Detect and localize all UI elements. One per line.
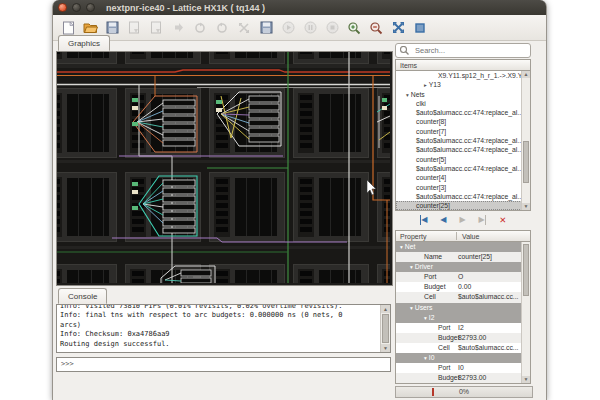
property-row[interactable]: PortI2 [396, 323, 530, 333]
property-group-row[interactable]: ▾I2 [396, 313, 530, 323]
maximize-button[interactable] [86, 3, 95, 12]
chevron-down-icon[interactable]: ▾ [406, 92, 409, 98]
scroll-down-icon[interactable]: ▼ [522, 203, 530, 210]
forward-icon[interactable] [170, 20, 186, 36]
tab-console[interactable]: Console [58, 288, 107, 304]
app-window: nextpnr-ice40 - Lattice HX1K ( tq144 ) [52, 0, 547, 400]
close-button[interactable] [58, 3, 67, 12]
tab-graphics-label: Graphics [68, 39, 100, 48]
minimize-button[interactable] [72, 3, 81, 12]
pause-button[interactable] [302, 20, 318, 36]
items-scrollbar[interactable]: ▲ ▼ [521, 71, 530, 210]
zoom-in-button[interactable] [346, 20, 362, 36]
property-column-label: Property [396, 233, 426, 240]
chevron-down-icon[interactable]: ▾ [400, 244, 403, 250]
items-tree: X9.Y11.sp12_h_r_1.->.X9.Y... ▸Y13 ▾Nets … [395, 71, 531, 211]
tree-item[interactable]: counter[5] [396, 155, 530, 164]
clear-selection-button[interactable]: ✕ [499, 215, 506, 225]
new-button[interactable] [60, 20, 76, 36]
tab-console-label: Console [68, 292, 97, 301]
property-group-row[interactable]: ▾Users [396, 303, 530, 313]
tree-item[interactable]: ▸Y13 [396, 80, 530, 89]
console-input[interactable]: >>> [56, 357, 391, 372]
rotate-left-icon[interactable] [192, 20, 208, 36]
export-pdf-button[interactable] [126, 20, 142, 36]
zoom-out-button[interactable] [368, 20, 384, 36]
chevron-right-icon[interactable]: ▸ [424, 82, 427, 88]
property-row[interactable]: Namecounter[25] [396, 252, 530, 262]
console-scrollbar[interactable]: ▲ ▼ [380, 305, 390, 352]
scroll-up-icon[interactable]: ▲ [522, 71, 530, 78]
search-input[interactable] [413, 45, 527, 56]
tree-item[interactable]: counter[4] [396, 173, 530, 182]
scroll-down-icon[interactable]: ▼ [522, 376, 530, 383]
save-routing-button[interactable] [258, 20, 274, 36]
console-line: arcs) [60, 321, 378, 330]
zoom-fit-button[interactable] [390, 20, 406, 36]
open-button[interactable] [82, 20, 98, 36]
scroll-thumb[interactable] [523, 244, 529, 296]
property-group-row[interactable]: ▾Driver [396, 262, 530, 272]
property-row[interactable]: Cell$auto$alumacc.cc... [396, 343, 530, 353]
rotate-right-icon[interactable] [214, 20, 230, 36]
property-table: ▾Net Namecounter[25] ▾Driver PortO Budge… [395, 242, 531, 384]
property-group-row[interactable]: ▾Net [396, 242, 530, 252]
console-line: Routing design successful. [60, 340, 378, 349]
export-image-button[interactable] [148, 20, 164, 36]
toolbar [53, 15, 546, 41]
chevron-down-icon[interactable]: ▾ [410, 264, 413, 270]
tree-item[interactable]: $auto$alumacc.cc:474:replace_al... [396, 136, 530, 145]
console-output: Info: Visited 73810 PIPs (0.01% revisits… [56, 304, 391, 353]
title-bar[interactable]: nextpnr-ice40 - Lattice HX1K ( tq144 ) [53, 0, 546, 15]
search-icon [399, 45, 411, 56]
property-row[interactable]: Cell$auto$alumacc.cc... [396, 292, 530, 302]
property-row[interactable]: PortI0 [396, 363, 530, 373]
previous-button[interactable]: ◀ [440, 215, 446, 225]
tree-item[interactable]: X9.Y11.sp12_h_r_1.->.X9.Y... [396, 71, 530, 80]
tree-item-selected[interactable]: counter[25] [396, 201, 530, 210]
play-button[interactable] [280, 20, 296, 36]
last-button[interactable]: ▶ [479, 215, 487, 225]
stop-button[interactable] [324, 20, 340, 36]
console-line: Info: Visited 73810 PIPs (0.01% revisits… [60, 304, 378, 311]
tab-graphics[interactable]: Graphics [58, 35, 110, 51]
fpga-fabric-view [57, 52, 390, 283]
chevron-down-icon[interactable]: ▾ [424, 355, 427, 361]
fpga-canvas[interactable] [56, 51, 393, 286]
items-panel-header: Items [395, 59, 531, 71]
tree-item[interactable]: $auto$alumacc.cc:474:replace_al... [396, 192, 530, 201]
value-column-label: Value [462, 231, 479, 242]
console-prompt: >>> [61, 360, 74, 368]
selection-nav: ◀ ◀ ▶ ▶ ✕ [395, 213, 531, 227]
scroll-up-icon[interactable]: ▲ [381, 305, 390, 313]
tree-item[interactable]: counter[3] [396, 183, 530, 192]
search-box[interactable] [395, 43, 531, 58]
tree-item[interactable]: $auto$alumacc.cc:474:replace_al... [396, 164, 530, 173]
column-divider[interactable] [456, 232, 457, 240]
tree-item[interactable]: $auto$alumacc.cc:474:replace_al... [396, 108, 530, 117]
property-row[interactable]: Budget82793.00 [396, 333, 530, 343]
property-row[interactable]: Budget0.00 [396, 282, 530, 292]
tree-item[interactable]: ▾Nets [396, 90, 530, 99]
save-button[interactable] [104, 20, 120, 36]
tree-item[interactable]: $auto$alumacc.cc:474:replace_al... [396, 145, 530, 154]
scroll-down-icon[interactable]: ▼ [381, 344, 390, 352]
scroll-thumb[interactable] [382, 314, 389, 343]
tree-item[interactable]: counter[7] [396, 127, 530, 136]
tree-item[interactable]: clki [396, 99, 530, 108]
property-group-row[interactable]: ▾I0 [396, 353, 530, 363]
tree-item[interactable]: counter[8] [396, 117, 530, 126]
property-scrollbar[interactable]: ▼ [521, 242, 530, 383]
scroll-thumb[interactable] [523, 141, 529, 183]
expand-icon[interactable] [236, 20, 252, 36]
zoom-selection-button[interactable] [412, 20, 428, 36]
chevron-down-icon[interactable]: ▾ [424, 315, 427, 321]
window-title: nextpnr-ice40 - Lattice HX1K ( tq144 ) [106, 3, 265, 13]
property-row[interactable]: PortO [396, 272, 530, 282]
chevron-down-icon[interactable]: ▾ [410, 305, 413, 311]
property-table-header: Property Value [395, 230, 531, 242]
next-button[interactable]: ▶ [459, 215, 465, 225]
console-line: Info: final tns with respect to arc budg… [60, 311, 378, 320]
first-button[interactable]: ◀ [420, 215, 428, 225]
property-row[interactable]: Budget82793.00 [396, 373, 530, 383]
